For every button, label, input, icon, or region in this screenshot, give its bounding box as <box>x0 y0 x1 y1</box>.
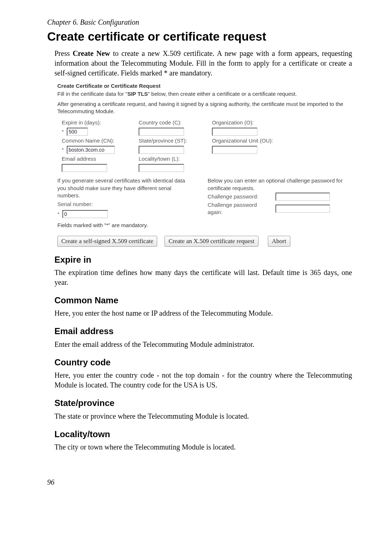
form-desc-2: After generating a certificate request, … <box>57 100 343 115</box>
label-expire: Expire in (days): <box>62 119 134 126</box>
section-body-email: Enter the email address of the Telecommu… <box>54 340 352 349</box>
section-heading-expire: Expire in <box>54 254 352 266</box>
form-desc-1-bold: SIP TLS <box>127 91 148 97</box>
section-heading-cn: Common Name <box>54 295 352 306</box>
intro-text-prefix: Press <box>54 49 73 57</box>
page-title: Create certificate or certificate reques… <box>47 29 352 45</box>
cn-input[interactable] <box>67 146 115 154</box>
label-org: Organization (O): <box>212 119 343 126</box>
st-input[interactable] <box>139 146 184 154</box>
serial-note: If you generate several certificates wit… <box>57 177 193 199</box>
mandatory-note: Fields marked with "*" are mandatory. <box>57 222 193 229</box>
asterisk-icon: * <box>62 128 65 135</box>
section-body-cc: Here, you enter the country code - not t… <box>54 370 352 390</box>
challenge-pw-input[interactable] <box>275 193 330 201</box>
email-input[interactable] <box>62 164 107 172</box>
section-body-sp: The state or province where the Telecomm… <box>54 411 352 421</box>
chapter-heading: Chapter 6. Basic Configuration <box>47 17 352 27</box>
section-heading-email: Email address <box>54 325 352 337</box>
label-loc: Locality/town (L): <box>139 155 208 163</box>
intro-text-bold: Create New <box>73 49 110 57</box>
label-serial: Serial number: <box>57 201 193 208</box>
expire-input[interactable] <box>67 128 88 136</box>
section-heading-cc: Country code <box>54 357 352 368</box>
form-desc-1: Fill in the certificate data for "SIP TL… <box>57 90 343 98</box>
serial-input[interactable] <box>62 210 108 218</box>
create-request-button[interactable]: Create an X.509 certificate request <box>164 236 258 247</box>
org-input[interactable] <box>212 128 257 136</box>
section-body-lt: The city or town where the Telecommuting… <box>54 442 352 452</box>
challenge-note: Below you can enter an optional challeng… <box>208 177 343 192</box>
loc-input[interactable] <box>139 164 184 172</box>
country-input[interactable] <box>139 128 184 136</box>
abort-button[interactable]: Abort <box>268 236 290 247</box>
intro-paragraph: Press Create New to create a new X.509 c… <box>54 49 352 78</box>
form-screenshot: Create Certificate or Certificate Reques… <box>57 82 343 247</box>
section-body-cn: Here, you enter the host name or IP addr… <box>54 308 352 318</box>
asterisk-icon: * <box>62 146 65 153</box>
section-heading-sp: State/province <box>54 397 352 409</box>
section-heading-lt: Locality/town <box>54 428 352 440</box>
label-st: State/province (ST): <box>139 137 208 144</box>
label-email: Email address <box>62 155 134 163</box>
label-country: Country code (C): <box>139 119 208 126</box>
label-ou: Organizational Unit (OU): <box>212 137 343 144</box>
section-body-expire: The expiration time defines how many day… <box>54 268 352 287</box>
form-desc-1-pre: Fill in the certificate data for " <box>57 91 127 97</box>
label-cn: Common Name (CN): <box>62 137 134 144</box>
ou-input[interactable] <box>212 146 257 154</box>
form-desc-1-post: " below, then create either a certificat… <box>148 91 297 97</box>
create-selfsigned-button[interactable]: Create a self-signed X.509 certificate <box>57 236 157 247</box>
form-title: Create Certificate or Certificate Reques… <box>57 82 343 90</box>
challenge-pw-again-input[interactable] <box>275 205 330 213</box>
label-challenge-pw-again: Challenge password again: <box>208 201 271 216</box>
asterisk-icon: * <box>57 210 60 218</box>
label-challenge-pw: Challenge password: <box>208 193 271 200</box>
page-number: 96 <box>47 477 352 487</box>
